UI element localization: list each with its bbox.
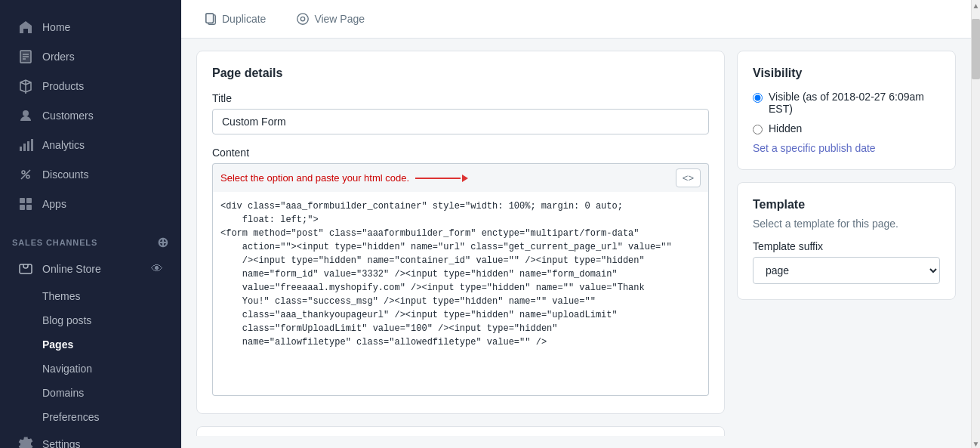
sidebar-item-customers[interactable]: Customers: [6, 101, 175, 130]
scrollbar-up-arrow[interactable]: ▲: [972, 2, 980, 10]
online-store-label: Online Store: [42, 263, 142, 275]
visibility-title: Visibility: [753, 66, 940, 80]
sidebar-label-orders: Orders: [42, 51, 163, 63]
sidebar-item-settings[interactable]: Settings: [6, 430, 175, 448]
sidebar-item-home[interactable]: Home: [6, 13, 175, 42]
scrollbar-track[interactable]: [972, 11, 980, 438]
right-column: Visibility Visible (as of 2018-02-27 6:0…: [737, 51, 956, 436]
sidebar-item-discounts[interactable]: Discounts: [6, 160, 175, 189]
source-code-button[interactable]: <>: [676, 168, 701, 187]
seo-card-partial: Edit website SEO ...: [196, 426, 725, 436]
svg-point-11: [26, 175, 29, 178]
topbar: Duplicate View Page: [181, 0, 971, 39]
visible-label: Visible (as of 2018-02-27 6:09am EST): [769, 91, 940, 115]
duplicate-icon: [204, 12, 217, 26]
left-column: Page details Title Content Select the op…: [196, 51, 725, 436]
content-field-label: Content: [212, 147, 709, 159]
publish-date-section: Set a specific publish date: [753, 142, 940, 154]
hidden-radio[interactable]: [753, 125, 763, 134]
page-details-card: Page details Title Content Select the op…: [196, 51, 725, 414]
content-hint: Select the option and paste your html co…: [220, 172, 468, 184]
analytics-icon: [18, 137, 33, 153]
svg-rect-19: [206, 14, 214, 23]
svg-point-5: [23, 110, 29, 116]
eye-icon[interactable]: 👁: [151, 262, 163, 276]
hidden-label: Hidden: [769, 122, 802, 134]
sales-channels-section: SALES CHANNELS ⊕: [0, 225, 181, 254]
sidebar-item-apps[interactable]: Apps: [6, 190, 175, 218]
visible-option[interactable]: Visible (as of 2018-02-27 6:09am EST): [753, 91, 940, 115]
sidebar-label-products: Products: [42, 80, 163, 92]
scrollbar-thumb[interactable]: [972, 19, 980, 79]
svg-rect-15: [20, 205, 25, 210]
orders-icon: [18, 49, 33, 64]
window-scrollbar[interactable]: ▲ ▼: [971, 0, 980, 448]
template-title: Template: [753, 198, 940, 212]
svg-rect-6: [20, 147, 22, 151]
page-details-title: Page details: [212, 66, 709, 80]
sidebar-sub-themes[interactable]: Themes: [6, 285, 175, 307]
arrow-indicator: [415, 175, 468, 182]
view-page-icon: [296, 12, 310, 26]
svg-rect-9: [31, 139, 33, 151]
sidebar-label-discounts: Discounts: [42, 168, 163, 181]
add-sales-channel-icon[interactable]: ⊕: [157, 234, 169, 251]
sidebar-label-analytics: Analytics: [42, 139, 163, 151]
sidebar-label-home: Home: [42, 21, 163, 33]
sidebar-sub-blog-posts[interactable]: Blog posts: [6, 309, 175, 332]
svg-point-21: [297, 14, 308, 24]
template-card: Template Select a template for this page…: [737, 182, 956, 300]
template-suffix-select[interactable]: page contact faq about: [753, 257, 940, 284]
main-content: Duplicate View Page Page details Title C…: [181, 0, 971, 448]
svg-rect-8: [27, 141, 29, 151]
settings-label: Settings: [42, 438, 163, 448]
sidebar-sub-domains[interactable]: Domains: [6, 382, 175, 404]
svg-rect-13: [20, 198, 25, 203]
sidebar-item-online-store[interactable]: Online Store 👁: [6, 255, 175, 283]
svg-rect-14: [26, 198, 32, 203]
scrollbar-down-arrow[interactable]: ▼: [972, 440, 980, 448]
sidebar-sub-navigation[interactable]: Navigation: [6, 357, 175, 380]
set-publish-link[interactable]: Set a specific: [753, 142, 815, 154]
sidebar-item-analytics[interactable]: Analytics: [6, 131, 175, 159]
svg-point-10: [22, 171, 25, 174]
hidden-option[interactable]: Hidden: [753, 122, 940, 134]
products-icon: [18, 79, 33, 94]
sidebar-label-apps: Apps: [42, 198, 163, 210]
duplicate-button[interactable]: Duplicate: [196, 8, 273, 30]
customers-icon: [18, 108, 33, 123]
svg-rect-16: [26, 205, 32, 210]
sidebar: Home Orders Products Customers Analytics: [0, 0, 181, 448]
visibility-card: Visibility Visible (as of 2018-02-27 6:0…: [737, 51, 956, 170]
sidebar-label-customers: Customers: [42, 110, 163, 122]
home-icon: [18, 20, 33, 35]
svg-rect-7: [23, 144, 26, 151]
publish-date-link[interactable]: publish date: [818, 142, 876, 154]
view-page-button[interactable]: View Page: [288, 8, 372, 30]
svg-rect-17: [20, 264, 32, 273]
online-store-icon: [18, 261, 33, 277]
template-suffix-label: Template suffix: [753, 240, 940, 252]
content-textarea[interactable]: <div class="aaa_formbuilder_container" s…: [212, 192, 709, 396]
apps-icon: [18, 196, 33, 212]
settings-icon: [18, 437, 33, 448]
sidebar-sub-pages[interactable]: Pages: [6, 333, 175, 356]
title-input[interactable]: [212, 109, 709, 134]
visible-radio[interactable]: [753, 93, 763, 103]
sidebar-item-orders[interactable]: Orders: [6, 42, 175, 71]
sidebar-sub-preferences[interactable]: Preferences: [6, 406, 175, 428]
discounts-icon: [18, 167, 33, 182]
title-field-label: Title: [212, 92, 709, 104]
sidebar-item-products[interactable]: Products: [6, 72, 175, 100]
content-toolbar: Select the option and paste your html co…: [212, 163, 709, 192]
template-description: Select a template for this page.: [753, 218, 940, 230]
svg-point-22: [301, 17, 305, 20]
content-area: Page details Title Content Select the op…: [181, 39, 971, 448]
